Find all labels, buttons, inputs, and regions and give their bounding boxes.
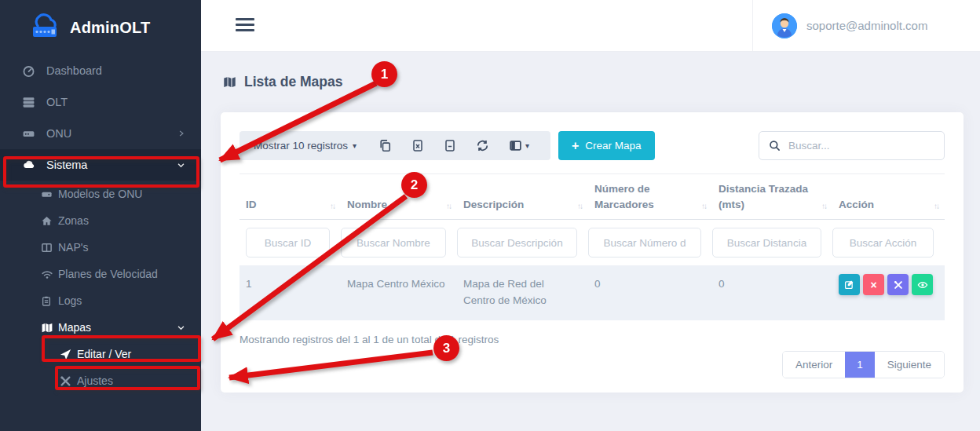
sort-icon: ↑↓ <box>577 202 582 212</box>
cell-accion: × <box>832 265 945 320</box>
user-email: soporte@adminolt.com <box>806 19 927 32</box>
sidebar-item-zonas[interactable]: Zonas <box>0 207 201 234</box>
user-menu[interactable]: soporte@adminolt.com <box>752 0 980 51</box>
brand-logo-icon <box>27 13 63 42</box>
delete-button[interactable]: × <box>863 274 884 295</box>
table-toolbar: Mostrar 10 registros▾ ▾ + Crear Mapa <box>240 131 945 160</box>
filter-accion-input[interactable] <box>832 228 934 258</box>
records-info: Mostrando registros del 1 al 1 de un tot… <box>240 334 945 345</box>
pagination: Anterior 1 Siguiente <box>782 351 945 378</box>
filter-id-input[interactable] <box>246 228 330 258</box>
main-area: soporte@adminolt.com Lista de Mapas Most… <box>201 0 980 431</box>
search-icon <box>769 140 781 152</box>
home-icon <box>41 214 53 227</box>
sidebar-item-logs[interactable]: Logs <box>0 287 201 314</box>
sidebar-item-naps[interactable]: NAP's <box>0 234 201 261</box>
column-header-marcadores[interactable]: Número de Marcadores↑↓ <box>588 174 712 220</box>
header-row: ID↑↓ Nombre↑↓ Descripción↑↓ Número de Ma… <box>240 174 945 220</box>
copy-button[interactable] <box>378 139 392 152</box>
view-button[interactable] <box>912 274 933 295</box>
column-header-distancia[interactable]: Distancia Trazada (mts)↑↓ <box>712 174 832 220</box>
caret-down-icon: ▾ <box>525 141 529 150</box>
column-header-accion[interactable]: Acción↑↓ <box>832 174 945 220</box>
sidebar-item-olt[interactable]: OLT <box>0 86 201 118</box>
device-icon <box>22 127 36 140</box>
sort-icon: ↑↓ <box>934 202 938 212</box>
sidebar-item-editar-ver[interactable]: Editar / Ver <box>0 341 201 367</box>
sidebar-item-sistema[interactable]: Sistema <box>0 149 201 181</box>
filter-row <box>240 220 945 266</box>
brand-name: AdminOLT <box>70 19 150 37</box>
map-icon <box>222 75 237 89</box>
refresh-button[interactable] <box>476 139 489 152</box>
sidebar: AdminOLT Dashboard OLT ONU Sistema Model… <box>0 0 201 431</box>
plus-icon: + <box>572 139 579 153</box>
cell-descripcion: Mapa de Red del Centro de México <box>457 265 588 320</box>
export-file-button[interactable] <box>444 139 456 152</box>
tools-icon <box>60 374 72 387</box>
topbar: soporte@adminolt.com <box>201 0 980 52</box>
cell-id: 1 <box>240 265 341 320</box>
tools-button[interactable] <box>887 274 909 295</box>
cell-distancia: 0 <box>712 265 832 320</box>
table-button-group: Mostrar 10 registros▾ ▾ <box>240 131 550 160</box>
sidebar-item-dashboard[interactable]: Dashboard <box>0 55 201 86</box>
show-entries-dropdown[interactable]: Mostrar 10 registros▾ <box>254 140 357 152</box>
chevron-down-icon <box>177 161 185 170</box>
menu-toggle-button[interactable] <box>236 18 254 35</box>
content-area: Lista de Mapas Mostrar 10 registros▾ ▾ + <box>201 52 980 431</box>
sort-icon: ↑↓ <box>446 202 451 212</box>
column-header-nombre[interactable]: Nombre↑↓ <box>341 174 457 220</box>
table-search <box>759 131 945 160</box>
sidebar-item-planes-de-velocidad[interactable]: Planes de Velocidad <box>0 261 201 287</box>
export-excel-button[interactable] <box>411 139 424 152</box>
table-row: 1 Mapa Centro México Mapa de Red del Cen… <box>240 265 945 320</box>
cloud-icon <box>22 159 36 171</box>
chevron-down-icon <box>177 323 185 332</box>
brand[interactable]: AdminOLT <box>0 0 201 55</box>
create-map-button[interactable]: + Crear Mapa <box>558 131 655 160</box>
map-icon <box>41 321 53 334</box>
sidebar-item-modelos-de-onu[interactable]: Modelos de ONU <box>0 181 201 207</box>
sidebar-item-onu[interactable]: ONU <box>0 118 201 149</box>
filter-nombre-input[interactable] <box>341 228 446 258</box>
sort-icon: ↑↓ <box>330 202 335 212</box>
sidebar-item-mapas[interactable]: Mapas <box>0 314 201 341</box>
pagination-next-button[interactable]: Siguiente <box>875 352 944 378</box>
gauge-icon <box>22 64 36 77</box>
chevron-right-icon <box>177 130 185 137</box>
column-header-descripcion[interactable]: Descripción↑↓ <box>457 174 588 220</box>
delete-x-icon: × <box>870 279 876 291</box>
maps-table: ID↑↓ Nombre↑↓ Descripción↑↓ Número de Ma… <box>240 173 945 320</box>
user-avatar <box>772 13 797 38</box>
maps-list-card: Mostrar 10 registros▾ ▾ + Crear Mapa <box>221 112 964 393</box>
search-input[interactable] <box>788 140 934 152</box>
sidebar-item-ajustes[interactable]: Ajustes <box>0 367 201 394</box>
sort-icon: ↑↓ <box>821 202 826 212</box>
clipboard-icon <box>41 294 53 307</box>
location-arrow-icon <box>60 348 72 360</box>
filter-marcadores-input[interactable] <box>588 228 701 258</box>
cell-nombre: Mapa Centro México <box>341 265 457 320</box>
filter-distancia-input[interactable] <box>712 228 821 258</box>
filter-descripcion-input[interactable] <box>457 228 577 258</box>
column-header-id[interactable]: ID↑↓ <box>240 174 341 220</box>
edit-button[interactable] <box>839 274 860 295</box>
wifi-icon <box>41 268 53 280</box>
pagination-page-1-button[interactable]: 1 <box>845 352 875 378</box>
column-visibility-button[interactable]: ▾ <box>509 139 529 152</box>
device-icon <box>41 188 53 200</box>
cell-marcadores: 0 <box>588 265 712 320</box>
servers-icon <box>22 96 36 108</box>
sort-icon: ↑↓ <box>701 202 706 212</box>
caret-down-icon: ▾ <box>353 141 357 150</box>
columns-icon <box>41 241 53 254</box>
pagination-prev-button[interactable]: Anterior <box>783 352 845 378</box>
page-title: Lista de Mapas <box>222 74 342 90</box>
